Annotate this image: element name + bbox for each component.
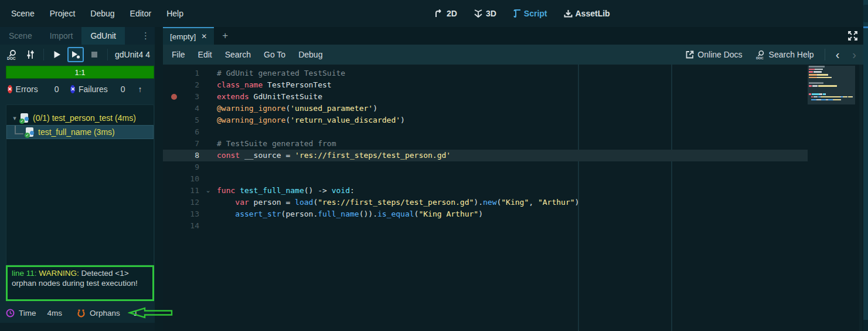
gutter-line-number[interactable]: 2 xyxy=(163,79,199,91)
code-line[interactable]: extends GdUnitTestSuite xyxy=(217,91,579,103)
gutter-line-number[interactable]: 3 xyxy=(163,91,199,103)
gutter-line-number[interactable]: 1 xyxy=(163,67,199,79)
history-back-icon[interactable]: ‹ xyxy=(831,48,845,62)
gutter-line-number[interactable]: 6 xyxy=(163,126,199,138)
errors-count: 0 xyxy=(55,85,59,94)
settings-sliders-button[interactable] xyxy=(22,47,39,62)
annotation-arrow xyxy=(128,307,173,319)
doc-search-icon: DOC xyxy=(6,49,18,60)
dock-tab-gdunit[interactable]: GdUnit xyxy=(81,27,125,45)
new-tab-button[interactable]: + xyxy=(214,27,236,45)
code-line[interactable] xyxy=(217,126,579,138)
minimap-line xyxy=(809,71,813,73)
gutter-line-number[interactable]: 7 xyxy=(163,138,199,150)
line-length-guideline-hard xyxy=(671,65,672,331)
gutter-line-number[interactable]: 5 xyxy=(163,114,199,126)
search-help-button[interactable]: DOC Search Help xyxy=(751,50,819,60)
tree-suite-label: (0/1) test_person_test (4ms) xyxy=(33,113,136,123)
menu-help[interactable]: Help xyxy=(159,5,191,22)
minimap-line xyxy=(813,96,818,98)
tree-connector xyxy=(12,126,25,139)
doc-search-button[interactable]: DOC xyxy=(4,47,20,62)
failures-count: 0 xyxy=(121,85,125,94)
tree-test-label: test_full_name (3ms) xyxy=(38,127,115,137)
assetlib-download-icon xyxy=(564,9,573,18)
code-line[interactable] xyxy=(217,220,579,232)
minimap-line xyxy=(852,96,853,98)
gutter-line-number[interactable]: 12 xyxy=(163,197,199,208)
failures-icon: ✕ xyxy=(70,85,75,93)
code-line[interactable]: func test_full_name() -> void: xyxy=(217,185,579,197)
code-editor-area[interactable]: 1234567891011121314 ⌄ # GdUnit generated… xyxy=(163,65,863,331)
breakpoint-icon[interactable] xyxy=(171,94,177,100)
dock-tab-import[interactable]: Import xyxy=(41,27,82,45)
toolbar-separator xyxy=(107,49,108,60)
mode-script-button[interactable]: Script xyxy=(513,9,547,18)
minimap-line xyxy=(809,93,811,95)
minimap-line xyxy=(809,85,812,87)
prev-failure-icon[interactable]: ↑ xyxy=(138,85,142,94)
expand-editor-button[interactable] xyxy=(848,27,857,45)
code-line[interactable] xyxy=(217,173,579,185)
menu-debug[interactable]: Debug xyxy=(83,5,122,22)
menu-project[interactable]: Project xyxy=(42,5,83,22)
run-debug-button[interactable] xyxy=(67,47,84,62)
menu-debug-script[interactable]: Debug xyxy=(292,50,329,59)
dock-options-icon[interactable]: ⋮ xyxy=(137,27,155,45)
left-dock-panel: Scene Import GdUnit ⋮ DOC gdUnit4 4 1:1 … xyxy=(0,27,155,323)
right-dock-accent xyxy=(863,26,868,28)
code-line[interactable]: @warning_ignore('return_value_discarded'… xyxy=(217,114,579,126)
menu-search[interactable]: Search xyxy=(219,50,257,59)
runner-version-label: gdUnit4 4 xyxy=(115,50,150,59)
run-tests-button[interactable] xyxy=(49,47,65,62)
mode-3d-button[interactable]: 3D xyxy=(474,9,496,18)
code-line[interactable]: const __source = 'res://first_steps/test… xyxy=(217,150,579,161)
code-line[interactable]: @warning_ignore('unused_parameter') xyxy=(217,103,579,114)
orphans-icon xyxy=(77,309,86,318)
close-tab-icon[interactable]: ✕ xyxy=(201,32,207,40)
gutter-line-number[interactable]: 8 xyxy=(163,150,199,161)
sliders-icon xyxy=(26,49,35,60)
stop-button[interactable] xyxy=(86,47,103,62)
gutter-line-number[interactable]: 9 xyxy=(163,161,199,173)
code-line[interactable]: var person = load("res://first_steps/tes… xyxy=(217,197,579,208)
menu-file[interactable]: File xyxy=(165,50,192,59)
doc-search-icon: DOC xyxy=(755,50,765,60)
code-line[interactable] xyxy=(217,161,579,173)
test-warning-report[interactable]: line 11: WARNING: Detected <1> orphan no… xyxy=(6,265,154,301)
script-tab-empty[interactable]: [empty] ✕ xyxy=(163,27,214,45)
code-line[interactable]: assert_str(person.full_name()).is_equal(… xyxy=(217,208,579,220)
menu-goto[interactable]: Go To xyxy=(257,50,292,59)
menu-editor[interactable]: Editor xyxy=(122,5,159,22)
menu-scene[interactable]: Scene xyxy=(4,5,42,22)
history-forward-icon[interactable]: › xyxy=(847,48,861,62)
code-line[interactable]: # GdUnit generated TestSuite xyxy=(217,67,579,79)
fold-chevron-icon[interactable]: ⌄ xyxy=(204,185,212,197)
tree-row-suite[interactable]: ▾ ✓ (0/1) test_person_test (4ms) xyxy=(6,111,154,125)
code-line[interactable]: # TestSuite generated from xyxy=(217,138,579,150)
play-icon xyxy=(53,50,61,59)
online-docs-button[interactable]: Online Docs xyxy=(681,50,747,59)
gdunit-toolbar: DOC gdUnit4 4 xyxy=(0,45,155,65)
tree-row-test-case[interactable]: ✓ test_full_name (3ms) xyxy=(6,125,154,139)
gutter-line-number[interactable]: 14 xyxy=(163,220,199,232)
test-case-icon: ✓ xyxy=(25,127,35,137)
mode-2d-button[interactable]: 2D xyxy=(435,9,457,18)
menu-edit[interactable]: Edit xyxy=(192,50,219,59)
script-tab-bar: [empty] ✕ + xyxy=(163,27,863,45)
editor-scrollbar[interactable] xyxy=(859,65,862,331)
minimap-line xyxy=(809,82,823,84)
code-line[interactable]: class_name TestPersonTest xyxy=(217,79,579,91)
code-minimap[interactable] xyxy=(808,65,856,331)
gutter-line-number[interactable]: 13 xyxy=(163,208,199,220)
time-clock-icon xyxy=(6,309,15,318)
time-value: 4ms xyxy=(47,309,63,318)
time-label: Time xyxy=(19,309,36,318)
gutter-line-number[interactable]: 4 xyxy=(163,103,199,114)
dock-tab-scene[interactable]: Scene xyxy=(0,27,41,45)
gutter-line-number[interactable]: 11 xyxy=(163,185,199,197)
mode-assetlib-button[interactable]: AssetLib xyxy=(564,9,610,18)
dock-splitter[interactable] xyxy=(155,27,163,331)
collapse-chevron-icon[interactable]: ▾ xyxy=(10,114,19,122)
gutter-line-number[interactable]: 10 xyxy=(163,173,199,185)
